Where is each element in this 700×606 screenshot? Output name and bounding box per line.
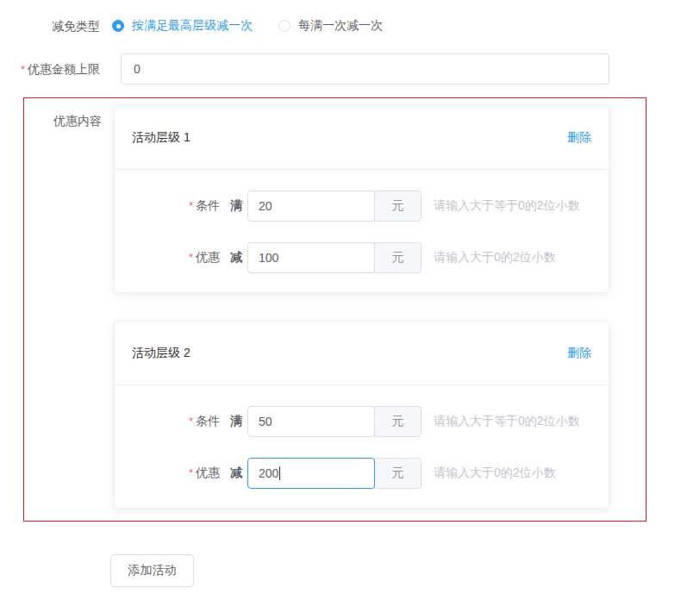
input-hint: 请输入大于0的2位小数 xyxy=(434,250,556,266)
delete-tier-link[interactable]: 删除 xyxy=(567,130,591,146)
text-caret xyxy=(279,466,280,480)
add-activity-button[interactable]: 添加活动 xyxy=(110,554,194,587)
discount-keyword: 减 xyxy=(230,250,242,264)
condition-label-text: 条件 xyxy=(196,414,220,428)
input-wrap xyxy=(247,242,375,273)
tier-card-header: 活动层级 2 删除 xyxy=(115,322,609,385)
required-asterisk: * xyxy=(21,63,25,76)
tier-card-list: 活动层级 1 删除 *条件满 元 请输入大于等于0的2位小数 xyxy=(114,105,609,509)
discount-label: *优惠减 xyxy=(132,465,242,481)
input-wrap xyxy=(247,458,375,489)
input-hint: 请输入大于等于0的2位小数 xyxy=(434,198,580,214)
unit-suffix: 元 xyxy=(374,242,422,273)
radio-option-highest-tier[interactable]: 按满足最高层级减一次 xyxy=(112,18,253,34)
condition-label: *条件满 xyxy=(132,414,242,429)
required-asterisk: * xyxy=(189,466,193,479)
unit-suffix: 元 xyxy=(374,191,422,222)
tier-card-header: 活动层级 1 删除 xyxy=(115,106,609,170)
discount-content-row: 优惠内容 活动层级 1 删除 *条件满 元 xyxy=(24,105,646,509)
discount-input-group: 元 xyxy=(247,242,422,273)
condition-amount-input[interactable] xyxy=(247,191,375,222)
unit-suffix: 元 xyxy=(374,458,422,489)
discount-amount-input-focused[interactable] xyxy=(247,458,375,489)
required-asterisk: * xyxy=(189,415,193,428)
discount-row: *优惠减 元 请输入大于0的2位小数 xyxy=(132,242,591,273)
radio-option-every-time[interactable]: 每满一次减一次 xyxy=(278,18,383,34)
reduction-type-radio-group: 按满足最高层级减一次 每满一次减一次 xyxy=(112,18,409,34)
discount-cap-label: *优惠金额上限 xyxy=(0,60,112,78)
tier-card-2: 活动层级 2 删除 *条件满 元 请输入大于等于0的2位小数 xyxy=(114,321,609,509)
tier-title: 活动层级 1 xyxy=(132,130,191,146)
discount-label: *优惠减 xyxy=(132,250,242,266)
discount-row: *优惠减 元 请输入大于0的2位小数 xyxy=(132,458,591,489)
condition-label: *条件满 xyxy=(132,198,242,214)
discount-amount-input[interactable] xyxy=(247,242,375,273)
discount-input-group: 元 xyxy=(247,458,422,489)
discount-content-box: 优惠内容 活动层级 1 删除 *条件满 元 xyxy=(23,97,647,522)
tier-card-body: *条件满 元 请输入大于等于0的2位小数 *优惠减 元 xyxy=(115,385,609,508)
condition-row: *条件满 元 请输入大于等于0的2位小数 xyxy=(132,406,591,437)
reduction-type-label: 减免类型 xyxy=(0,17,112,34)
promotion-form: 减免类型 按满足最高层级减一次 每满一次减一次 *优惠金额上限 优惠内容 活动 xyxy=(0,0,700,587)
discount-content-label: 优惠内容 xyxy=(24,105,114,129)
condition-input-group: 元 xyxy=(247,191,422,222)
input-hint: 请输入大于0的2位小数 xyxy=(434,465,556,481)
discount-keyword: 减 xyxy=(230,465,242,479)
condition-amount-input[interactable] xyxy=(247,406,375,437)
discount-label-text: 优惠 xyxy=(196,465,220,479)
input-hint: 请输入大于等于0的2位小数 xyxy=(434,414,580,429)
discount-label-text: 优惠 xyxy=(196,250,220,264)
radio-option-label: 每满一次减一次 xyxy=(298,18,383,34)
radio-unchecked-icon xyxy=(278,20,291,32)
radio-checked-icon xyxy=(112,20,124,32)
delete-tier-link[interactable]: 删除 xyxy=(567,346,591,361)
required-asterisk: * xyxy=(189,251,193,264)
radio-option-label: 按满足最高层级减一次 xyxy=(132,18,253,34)
condition-label-text: 条件 xyxy=(196,198,220,212)
condition-keyword: 满 xyxy=(230,198,242,212)
discount-cap-label-text: 优惠金额上限 xyxy=(28,62,100,76)
required-asterisk: * xyxy=(189,199,193,212)
discount-cap-row: *优惠金额上限 xyxy=(0,53,700,84)
tier-card-1: 活动层级 1 删除 *条件满 元 请输入大于等于0的2位小数 xyxy=(114,105,609,293)
input-wrap xyxy=(247,191,375,222)
discount-cap-input[interactable] xyxy=(121,53,609,84)
condition-row: *条件满 元 请输入大于等于0的2位小数 xyxy=(132,191,591,222)
reduction-type-row: 减免类型 按满足最高层级减一次 每满一次减一次 xyxy=(0,17,700,34)
unit-suffix: 元 xyxy=(374,406,422,437)
tier-title: 活动层级 2 xyxy=(132,346,191,361)
input-wrap xyxy=(247,406,375,437)
tier-card-body: *条件满 元 请输入大于等于0的2位小数 *优惠减 元 xyxy=(115,170,609,292)
condition-keyword: 满 xyxy=(230,414,242,428)
condition-input-group: 元 xyxy=(247,406,422,437)
